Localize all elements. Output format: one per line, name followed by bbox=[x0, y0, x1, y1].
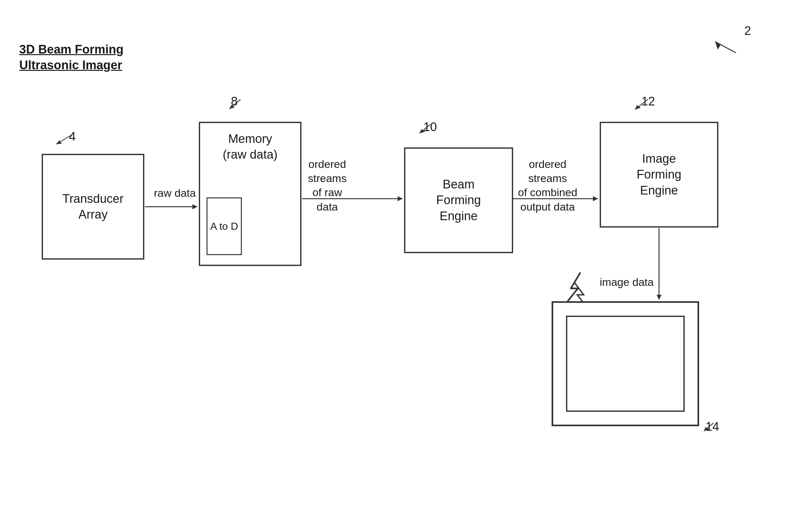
svg-line-0 bbox=[715, 42, 736, 53]
transducer-block: TransducerArray bbox=[42, 154, 144, 259]
svg-marker-7 bbox=[593, 196, 598, 201]
ref-8-arrow bbox=[225, 96, 244, 112]
ref-2-label: 2 bbox=[744, 24, 751, 38]
image-engine-block: ImageFormingEngine bbox=[600, 122, 718, 228]
ordered-combined-label: orderedstreamsof combinedoutput data bbox=[518, 157, 577, 214]
image-data-label: image data bbox=[600, 275, 654, 289]
image-engine-label: ImageFormingEngine bbox=[637, 151, 681, 198]
raw-data-text: raw data bbox=[154, 187, 196, 199]
ordered-raw-text: orderedstreamsof rawdata bbox=[308, 158, 347, 213]
display-inner bbox=[566, 315, 685, 412]
atod-block: A to D bbox=[207, 197, 242, 255]
ordered-raw-label: orderedstreamsof rawdata bbox=[308, 157, 347, 214]
ref-14-arrow bbox=[699, 420, 717, 434]
lightning-icon bbox=[561, 271, 593, 303]
display-block bbox=[552, 301, 699, 426]
beam-label: BeamFormingEngine bbox=[436, 177, 481, 224]
ref-4-arrow bbox=[50, 131, 75, 147]
title-line2: Ultrasonic Imager bbox=[19, 58, 122, 72]
title-line1: 3D Beam Forming bbox=[19, 43, 123, 56]
svg-marker-3 bbox=[192, 204, 197, 209]
ref-12-arrow bbox=[629, 96, 651, 114]
svg-marker-5 bbox=[398, 196, 403, 201]
ordered-combined-text: orderedstreamsof combinedoutput data bbox=[518, 158, 577, 213]
diagram-title: 3D Beam Forming Ultrasonic Imager bbox=[19, 42, 123, 73]
image-data-text: image data bbox=[600, 276, 654, 288]
beam-block: BeamFormingEngine bbox=[404, 147, 513, 253]
svg-marker-9 bbox=[656, 295, 661, 300]
atod-label: A to D bbox=[210, 220, 238, 232]
diagram-svg bbox=[0, 0, 812, 523]
diagram-container: 3D Beam Forming Ultrasonic Imager 2 Tran… bbox=[0, 0, 812, 523]
svg-marker-1 bbox=[715, 42, 721, 50]
raw-data-label: raw data bbox=[154, 186, 196, 200]
ref-10-arrow bbox=[414, 121, 433, 137]
memory-label: Memory(raw data) bbox=[223, 131, 277, 163]
transducer-label: TransducerArray bbox=[63, 191, 124, 223]
memory-block: Memory(raw data) A to D bbox=[199, 122, 301, 266]
